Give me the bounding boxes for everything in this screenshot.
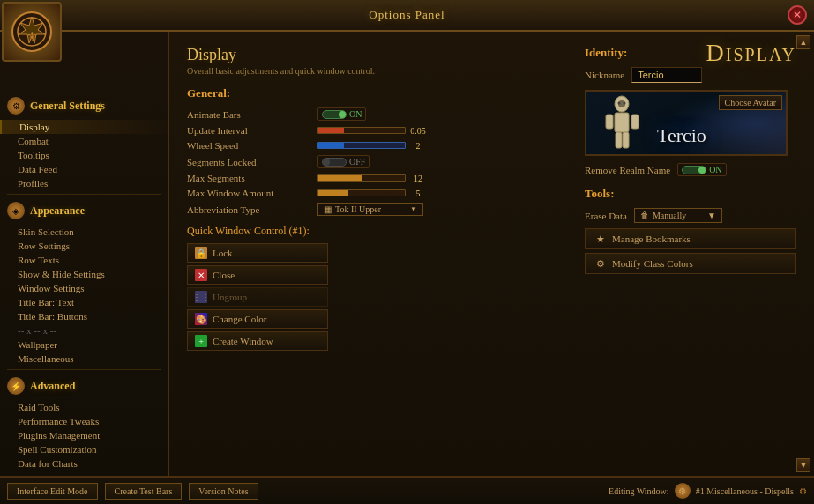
animate-bars-toggle[interactable]: ON bbox=[317, 107, 366, 121]
update-interval-row: Update Interval 0.05 bbox=[187, 125, 567, 136]
ungroup-button[interactable]: ⋮⋮ Ungroup bbox=[187, 287, 328, 307]
main-layout: ⚙ General Settings Display Combat Toolti… bbox=[0, 32, 814, 476]
erase-dropdown-arrow-icon: ▼ bbox=[707, 211, 716, 220]
max-segments-label: Max Segments bbox=[187, 173, 310, 183]
appearance-label: Appearance bbox=[30, 204, 85, 218]
animate-bars-track bbox=[322, 110, 347, 119]
sidebar-item-raid-tools[interactable]: Raid Tools bbox=[0, 400, 168, 414]
manage-bookmarks-button[interactable]: ★ Manage Bookmarks bbox=[585, 228, 796, 249]
animate-bars-label: Animate Bars bbox=[187, 109, 310, 120]
change-color-button[interactable]: 🎨 Change Color bbox=[187, 309, 328, 329]
create-window-icon: + bbox=[195, 335, 207, 347]
section-header-advanced: ⚡ Advanced bbox=[0, 374, 168, 398]
svg-text:⚜: ⚜ bbox=[26, 30, 38, 43]
general-section-title: General: bbox=[187, 86, 567, 100]
max-window-amount-label: Max Window Amount bbox=[187, 188, 310, 198]
create-window-button[interactable]: + Create Window bbox=[187, 331, 328, 351]
update-interval-slider[interactable] bbox=[317, 127, 406, 134]
create-test-bars-button[interactable]: Create Test Bars bbox=[105, 483, 183, 500]
sidebar-item-row-texts[interactable]: Row Texts bbox=[0, 253, 168, 267]
abbrev-dropdown-icon: ▦ bbox=[324, 204, 332, 214]
sidebar-item-skin-selection[interactable]: Skin Selection bbox=[0, 225, 168, 239]
class-colors-icon: ⚙ bbox=[594, 257, 607, 270]
sidebar-item-profiles[interactable]: Profiles bbox=[0, 176, 168, 190]
sidebar-item-separator-text: -- x -- x -- bbox=[0, 323, 168, 337]
wheel-speed-value: 2 bbox=[409, 141, 427, 151]
version-notes-button[interactable]: Version Notes bbox=[189, 483, 258, 500]
general-settings-label: General Settings bbox=[30, 100, 105, 113]
section-header-appearance: ◈ Appearance bbox=[0, 198, 168, 223]
sidebar-item-spell-cust[interactable]: Spell Customization bbox=[0, 442, 168, 456]
max-segments-slider[interactable] bbox=[317, 174, 406, 182]
choose-avatar-button[interactable]: Choose Avatar bbox=[719, 95, 782, 110]
close-window-icon: ✕ bbox=[195, 269, 207, 281]
max-segments-slider-container: 12 bbox=[317, 174, 427, 183]
page-heading: Display bbox=[187, 46, 567, 64]
segments-locked-toggle[interactable]: OFF bbox=[317, 155, 370, 168]
svg-rect-8 bbox=[623, 132, 629, 148]
max-window-amount-row: Max Window Amount 5 bbox=[187, 188, 567, 198]
wheel-speed-slider-container: 2 bbox=[317, 141, 427, 151]
editing-window-extra-icon: ⚙ bbox=[799, 486, 807, 496]
sidebar-item-display[interactable]: Display bbox=[0, 120, 168, 134]
svg-point-11 bbox=[624, 102, 626, 105]
sidebar-item-combat[interactable]: Combat bbox=[0, 134, 168, 148]
erase-icon: 🗑 bbox=[640, 211, 649, 220]
abbrev-type-value: Tok II Upper bbox=[335, 204, 381, 214]
realm-toggle-track bbox=[682, 166, 706, 174]
editing-window-value: #1 Miscellaneous - Dispells bbox=[696, 486, 794, 496]
scroll-down-button[interactable]: ▼ bbox=[796, 458, 810, 472]
lock-label: Lock bbox=[213, 248, 233, 258]
svg-rect-7 bbox=[616, 132, 622, 148]
lock-button[interactable]: 🔒 Lock bbox=[187, 243, 328, 263]
interface-edit-button[interactable]: Interface Edit Mode bbox=[7, 483, 98, 500]
sidebar-item-wallpaper[interactable]: Wallpaper bbox=[0, 337, 168, 352]
erase-data-value: Manually bbox=[653, 211, 686, 220]
wheel-speed-slider[interactable] bbox=[317, 142, 406, 149]
modify-class-colors-button[interactable]: ⚙ Modify Class Colors bbox=[585, 253, 796, 274]
sidebar-item-titlebar-text[interactable]: Title Bar: Text bbox=[0, 295, 168, 309]
animate-bars-value: ON bbox=[349, 109, 362, 119]
animate-bars-row: Animate Bars ON bbox=[187, 107, 567, 121]
avatar-figure bbox=[594, 95, 651, 152]
close-button[interactable]: ✕ bbox=[788, 5, 807, 25]
sidebar-item-miscellaneous[interactable]: Miscellaneous bbox=[0, 352, 168, 366]
page-title: Display bbox=[706, 39, 796, 67]
close-window-button[interactable]: ✕ Close bbox=[187, 265, 328, 285]
abbrev-type-label: Abbreviation Type bbox=[187, 204, 310, 215]
manage-bookmarks-label: Manage Bookmarks bbox=[612, 233, 691, 244]
nickname-input[interactable] bbox=[631, 67, 702, 83]
max-window-amount-slider[interactable] bbox=[317, 189, 406, 196]
section-header-general: ⚙ General Settings bbox=[0, 93, 168, 118]
sidebar-item-row-settings[interactable]: Row Settings bbox=[0, 239, 168, 253]
avatar-box: Tercio Choose Avatar bbox=[585, 90, 788, 156]
wheel-speed-row: Wheel Speed 2 bbox=[187, 140, 567, 151]
editing-label: Editing Window: bbox=[609, 486, 669, 496]
abbrev-type-row: Abbreviation Type ▦ Tok II Upper ▼ bbox=[187, 203, 567, 216]
sidebar-item-window-settings[interactable]: Window Settings bbox=[0, 281, 168, 295]
update-interval-value: 0.05 bbox=[409, 126, 427, 136]
nickname-row: Nickname bbox=[585, 67, 796, 83]
sidebar-item-show-hide[interactable]: Show & Hide Settings bbox=[0, 267, 168, 281]
editing-window-icon: ⚙ bbox=[675, 483, 691, 499]
ungroup-label: Ungroup bbox=[213, 292, 247, 302]
sidebar-item-plugins[interactable]: Plugins Management bbox=[0, 428, 168, 442]
title-bar: Options Panel ✕ bbox=[0, 0, 814, 32]
realm-label: Remove Realm Name bbox=[585, 165, 670, 175]
sidebar-item-titlebar-buttons[interactable]: Title Bar: Buttons bbox=[0, 309, 168, 323]
tools-title: Tools: bbox=[585, 187, 796, 201]
sidebar-item-performance[interactable]: Performance Tweaks bbox=[0, 414, 168, 428]
svg-rect-6 bbox=[631, 115, 639, 129]
sidebar-item-data-charts[interactable]: Data for Charts bbox=[0, 456, 168, 471]
realm-toggle-thumb bbox=[698, 167, 706, 174]
erase-data-dropdown[interactable]: 🗑 Manually ▼ bbox=[634, 208, 722, 223]
modify-class-colors-label: Modify Class Colors bbox=[612, 258, 693, 269]
editing-window-info: Editing Window: ⚙ #1 Miscellaneous - Dis… bbox=[609, 483, 807, 499]
lock-icon: 🔒 bbox=[195, 247, 207, 259]
scroll-up-button[interactable]: ▲ bbox=[796, 35, 810, 49]
realm-toggle[interactable]: ON bbox=[677, 163, 726, 176]
abbrev-dropdown-arrow-icon: ▼ bbox=[410, 205, 417, 213]
sidebar-item-tooltips[interactable]: Tooltips bbox=[0, 148, 168, 162]
sidebar-item-data-feed[interactable]: Data Feed bbox=[0, 162, 168, 176]
abbrev-type-dropdown[interactable]: ▦ Tok II Upper ▼ bbox=[317, 203, 423, 216]
